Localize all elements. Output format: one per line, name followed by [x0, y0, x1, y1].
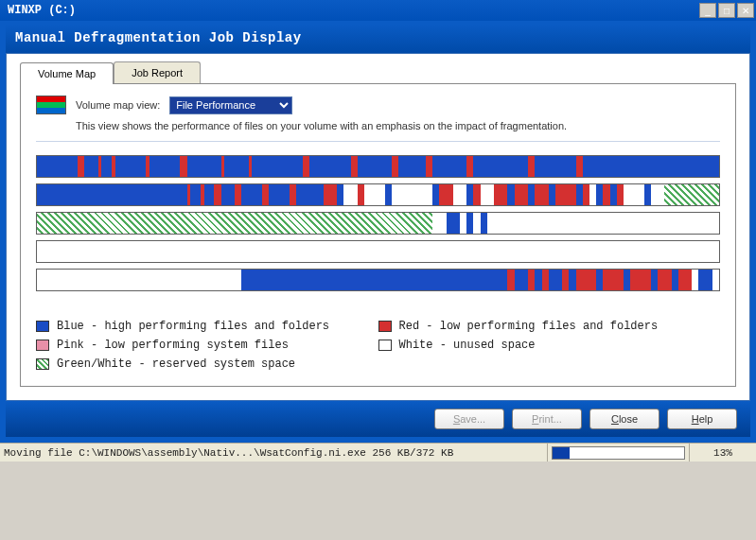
seg-blue: [241, 184, 262, 205]
seg-red: [515, 184, 528, 205]
tab-volume-map[interactable]: Volume Map: [20, 62, 114, 84]
seg-blue: [398, 156, 426, 177]
seg-blue: [481, 213, 487, 234]
seg-white: [460, 213, 466, 234]
progress-track: [552, 446, 685, 460]
seg-red: [528, 270, 535, 290]
tab-job-report[interactable]: Job Report: [114, 61, 201, 83]
volume-map: [36, 155, 720, 291]
seg-red: [603, 184, 609, 205]
seg-red: [426, 156, 432, 177]
volume-map-view-select[interactable]: File Performance: [169, 96, 292, 114]
seg-blue: [37, 184, 187, 205]
legend-swatch-green: [36, 358, 49, 370]
seg-blue: [224, 156, 248, 177]
seg-red: [235, 184, 241, 205]
minimize-button[interactable]: _: [699, 3, 716, 18]
seg-red: [290, 184, 296, 205]
window-controls: _ □ ✕: [699, 3, 754, 18]
seg-blue: [576, 184, 583, 205]
seg-red: [351, 156, 358, 177]
legend-item: Pink - low performing system files: [36, 339, 378, 352]
main-panel: Volume Map Job Report Volume map view: F…: [6, 53, 750, 401]
seg-red: [617, 184, 624, 205]
seg-blue: [296, 184, 324, 205]
legend-swatch-blue: [36, 321, 49, 332]
help-button[interactable]: Help: [667, 409, 737, 429]
legend-item: Red - low performing files and folders: [378, 320, 721, 333]
close-button[interactable]: Close: [589, 409, 659, 429]
seg-red: [528, 156, 535, 177]
legend-col-1: Blue - high performing files and folders…: [36, 320, 378, 371]
seg-blue: [432, 184, 439, 205]
legend-item: Blue - high performing files and folders: [36, 320, 378, 333]
seg-white: [432, 213, 446, 234]
legend: Blue - high performing files and folders…: [36, 320, 720, 371]
seg-white: [364, 184, 385, 205]
seg-red: [303, 156, 309, 177]
seg-blue: [447, 213, 460, 234]
seg-blue: [473, 156, 528, 177]
tab-strip: Volume Map Job Report: [7, 54, 749, 83]
seg-blue: [528, 184, 535, 205]
seg-red: [678, 270, 692, 290]
seg-blue: [385, 184, 392, 205]
seg-blue: [190, 184, 201, 205]
seg-blue: [337, 184, 343, 205]
print-button[interactable]: Print...: [512, 409, 582, 429]
seg-red: [358, 184, 364, 205]
seg-blue: [610, 184, 617, 205]
seg-blue: [596, 184, 603, 205]
seg-blue: [596, 270, 603, 290]
seg-white: [37, 241, 719, 262]
seg-blue: [507, 184, 514, 205]
status-percent: 13%: [690, 444, 756, 462]
seg-blue: [549, 184, 555, 205]
seg-red: [494, 184, 507, 205]
seg-white: [343, 184, 357, 205]
seg-blue: [535, 270, 541, 290]
legend-swatch-pink: [36, 340, 49, 351]
seg-white: [712, 270, 719, 290]
seg-blue: [204, 184, 215, 205]
seg-red: [555, 184, 576, 205]
legend-text: White - unused space: [399, 339, 536, 352]
seg-blue: [535, 156, 575, 177]
seg-red: [583, 184, 589, 205]
seg-white: [453, 184, 466, 205]
tab-panel: Volume map view: File Performance This v…: [20, 83, 736, 387]
seg-blue: [672, 270, 678, 290]
seg-blue: [149, 156, 180, 177]
seg-white: [473, 213, 480, 234]
seg-blue: [515, 270, 528, 290]
save-button[interactable]: Save...: [434, 409, 504, 429]
seg-white: [624, 184, 644, 205]
seg-blue: [187, 156, 221, 177]
map-row: [36, 240, 720, 263]
seg-red: [630, 270, 651, 290]
map-row: [36, 183, 720, 206]
seg-white: [481, 184, 494, 205]
volume-map-icon: [36, 96, 66, 114]
close-window-button[interactable]: ✕: [737, 3, 754, 18]
seg-red: [262, 184, 269, 205]
statusbar: Moving file C:\WINDOWS\assembly\Nativ...…: [0, 443, 756, 462]
seg-white: [651, 184, 664, 205]
legend-text: Blue - high performing files and folders: [57, 320, 329, 333]
view-description: This view shows the performance of files…: [76, 120, 720, 131]
button-bar: Save... Print... Close Help: [6, 401, 750, 437]
seg-red: [324, 184, 337, 205]
seg-red: [392, 156, 398, 177]
window-title: WINXP (C:): [2, 4, 699, 17]
legend-col-2: Red - low performing files and foldersWh…: [378, 320, 721, 371]
seg-blue: [583, 156, 719, 177]
seg-green: [37, 213, 432, 234]
seg-red: [562, 270, 569, 290]
page-title: Manual Defragmentation Job Display: [6, 25, 750, 53]
seg-white: [589, 184, 596, 205]
seg-blue: [358, 156, 392, 177]
seg-red: [658, 270, 671, 290]
view-label: Volume map view:: [76, 99, 160, 111]
maximize-button[interactable]: □: [718, 3, 735, 18]
seg-red: [466, 156, 473, 177]
